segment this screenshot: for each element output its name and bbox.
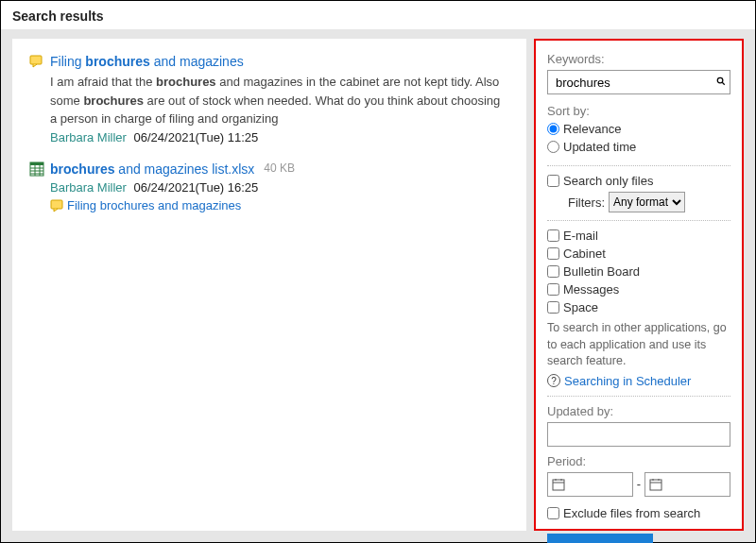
svg-point-9 — [717, 77, 723, 83]
period-end-input[interactable] — [644, 472, 730, 497]
sort-label: Sort by: — [547, 104, 730, 118]
divider — [547, 396, 730, 397]
result-author: Barbara Miller — [50, 180, 127, 195]
results-list: Filing brochures and magazines I am afra… — [12, 39, 526, 531]
help-text: To search in other applications, go to e… — [547, 320, 730, 370]
app-space-checkbox[interactable]: Space — [547, 300, 730, 314]
result-title-link[interactable]: Filing brochures and magazines — [50, 54, 244, 69]
calendar-icon — [552, 478, 565, 491]
app-cabinet-checkbox[interactable]: Cabinet — [547, 246, 730, 261]
result-title-link[interactable]: brochures and magazines list.xlsx — [50, 161, 254, 177]
sort-updated-radio[interactable]: Updated time — [547, 140, 636, 154]
format-select[interactable]: Any format — [609, 192, 685, 212]
help-icon: ? — [547, 374, 560, 387]
updated-by-label: Updated by: — [547, 404, 730, 418]
keywords-input-wrap[interactable] — [547, 70, 730, 94]
search-only-files-checkbox[interactable]: Search only files — [547, 174, 730, 188]
svg-rect-2 — [30, 162, 43, 165]
svg-line-10 — [722, 82, 725, 85]
updated-by-input[interactable] — [547, 422, 730, 447]
result-meta: Barbara Miller 06/24/2021(Tue) 16:25 — [50, 180, 509, 195]
calendar-icon — [649, 478, 662, 491]
keywords-label: Keywords: — [547, 52, 730, 66]
divider — [547, 165, 730, 166]
result-item: brochures and magazines list.xlsx 40 KB … — [29, 161, 509, 212]
svg-rect-11 — [553, 480, 564, 490]
search-button[interactable]: Search — [547, 534, 653, 544]
sort-relevance-radio[interactable]: Relevance — [547, 122, 621, 136]
svg-rect-0 — [30, 56, 42, 64]
app-email-checkbox[interactable]: E-mail — [547, 229, 730, 243]
app-bulletin-checkbox[interactable]: Bulletin Board — [547, 264, 730, 279]
linked-thread-link[interactable]: Filing brochures and magazines — [67, 198, 241, 212]
result-meta: Barbara Miller 06/24/2021(Tue) 11:25 — [50, 130, 509, 144]
app-messages-checkbox[interactable]: Messages — [547, 282, 730, 297]
result-timestamp: 06/24/2021(Tue) 11:25 — [134, 130, 259, 144]
svg-rect-8 — [51, 200, 62, 209]
thread-icon — [50, 198, 63, 212]
exclude-files-checkbox[interactable]: Exclude files from search — [547, 506, 730, 520]
divider — [547, 220, 730, 221]
result-author: Barbara Miller — [50, 130, 127, 144]
period-separator: - — [637, 477, 641, 491]
help-link[interactable]: Searching in Scheduler — [564, 374, 691, 388]
period-label: Period: — [547, 454, 730, 468]
filters-label: Filters: — [568, 195, 605, 210]
spreadsheet-icon — [29, 161, 44, 177]
keywords-input[interactable] — [554, 72, 716, 93]
search-icon[interactable] — [716, 75, 726, 90]
result-snippet: I am afraid that the brochures and magaz… — [50, 73, 509, 128]
svg-rect-15 — [650, 480, 662, 490]
result-item: Filing brochures and magazines I am afra… — [29, 54, 509, 144]
thread-icon — [29, 54, 44, 69]
file-size: 40 KB — [264, 161, 295, 175]
search-filters-panel: Keywords: Sort by: Relevance Update — [534, 39, 744, 531]
period-start-input[interactable] — [547, 472, 633, 497]
page-title: Search results — [1, 1, 755, 29]
result-timestamp: 06/24/2021(Tue) 16:25 — [134, 180, 259, 195]
